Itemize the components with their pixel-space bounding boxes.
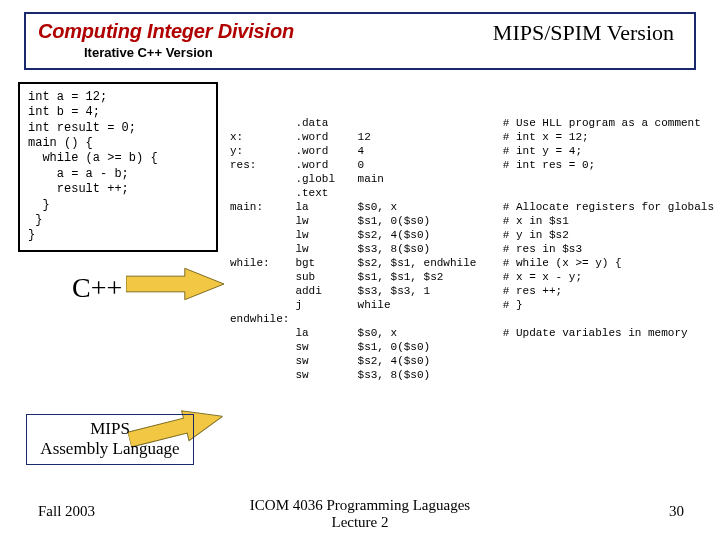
assembly-table: .data# Use HLL program as a commentx:.wo…: [230, 116, 720, 382]
asm-cell: addi: [295, 284, 357, 298]
asm-cell: $s0, x: [358, 326, 503, 340]
asm-cell: lw: [295, 228, 357, 242]
asm-cell: bgt: [295, 256, 357, 270]
asm-cell: [230, 298, 295, 312]
mips-label-1: MIPS: [29, 419, 191, 439]
asm-cell: [295, 312, 357, 326]
asm-cell: # res in $s3: [503, 242, 720, 256]
asm-row: x:.word12# int x = 12;: [230, 130, 720, 144]
asm-row: lw$s2, 4($s0)# y in $s2: [230, 228, 720, 242]
asm-row: y:.word4# int y = 4;: [230, 144, 720, 158]
asm-cell: [503, 312, 720, 326]
mips-label-2: Assembly Language: [29, 439, 191, 459]
asm-cell: $s1, 0($s0): [358, 340, 503, 354]
asm-cell: while:: [230, 256, 295, 270]
asm-row: main:la$s0, x# Allocate registers for gl…: [230, 200, 720, 214]
asm-cell: y:: [230, 144, 295, 158]
asm-cell: res:: [230, 158, 295, 172]
asm-cell: $s2, 4($s0): [358, 228, 503, 242]
footer-right: 30: [669, 503, 684, 520]
asm-cell: [503, 172, 720, 186]
asm-row: sw$s1, 0($s0): [230, 340, 720, 354]
asm-cell: [230, 354, 295, 368]
title-right: MIPS/SPIM Version: [493, 20, 674, 46]
asm-cell: [503, 354, 720, 368]
asm-cell: main: [358, 172, 503, 186]
cpp-code-box: int a = 12; int b = 4; int result = 0; m…: [18, 82, 218, 252]
asm-cell: # Allocate registers for globals: [503, 200, 720, 214]
asm-cell: 4: [358, 144, 503, 158]
asm-cell: [503, 186, 720, 200]
asm-cell: # }: [503, 298, 720, 312]
asm-cell: $s2, $s1, endwhile: [358, 256, 503, 270]
asm-cell: .word: [295, 158, 357, 172]
asm-cell: $s0, x: [358, 200, 503, 214]
title-box: Computing Integer Division Iterative C++…: [24, 12, 696, 70]
asm-cell: # while (x >= y) {: [503, 256, 720, 270]
asm-cell: lw: [295, 214, 357, 228]
title-sub: Iterative C++ Version: [84, 45, 392, 60]
asm-cell: la: [295, 326, 357, 340]
asm-cell: [230, 214, 295, 228]
asm-cell: sw: [295, 340, 357, 354]
footer-center: ICOM 4036 Programming Laguages Lecture 2: [0, 497, 720, 530]
asm-row: .text: [230, 186, 720, 200]
asm-cell: la: [295, 200, 357, 214]
asm-cell: $s2, 4($s0): [358, 354, 503, 368]
asm-row: endwhile:: [230, 312, 720, 326]
asm-cell: # Use HLL program as a comment: [503, 116, 720, 130]
asm-cell: [503, 340, 720, 354]
asm-cell: while: [358, 298, 503, 312]
mips-label-box: MIPS Assembly Language: [26, 414, 194, 465]
asm-cell: [230, 326, 295, 340]
asm-row: sw$s3, 8($s0): [230, 368, 720, 382]
asm-cell: $s3, 8($s0): [358, 368, 503, 382]
asm-cell: [230, 186, 295, 200]
asm-cell: 0: [358, 158, 503, 172]
arrow-icon: [126, 266, 224, 302]
asm-cell: # int x = 12;: [503, 130, 720, 144]
asm-cell: lw: [295, 242, 357, 256]
svg-marker-0: [126, 268, 224, 299]
asm-cell: # int res = 0;: [503, 158, 720, 172]
asm-cell: .word: [295, 144, 357, 158]
asm-cell: sw: [295, 354, 357, 368]
asm-cell: j: [295, 298, 357, 312]
asm-cell: [230, 172, 295, 186]
asm-cell: x:: [230, 130, 295, 144]
asm-row: addi$s3, $s3, 1# res ++;: [230, 284, 720, 298]
asm-cell: .data: [295, 116, 357, 130]
asm-cell: .word: [295, 130, 357, 144]
asm-row: while:bgt$s2, $s1, endwhile# while (x >=…: [230, 256, 720, 270]
asm-row: lw$s1, 0($s0)# x in $s1: [230, 214, 720, 228]
asm-cell: .globl: [295, 172, 357, 186]
asm-cell: $s1, 0($s0): [358, 214, 503, 228]
footer-center-2: Lecture 2: [331, 514, 388, 530]
asm-cell: $s3, 8($s0): [358, 242, 503, 256]
asm-row: .data# Use HLL program as a comment: [230, 116, 720, 130]
asm-cell: sw: [295, 368, 357, 382]
asm-row: sw$s2, 4($s0): [230, 354, 720, 368]
asm-cell: [230, 368, 295, 382]
asm-row: jwhile# }: [230, 298, 720, 312]
footer-center-1: ICOM 4036 Programming Laguages: [250, 497, 470, 513]
asm-cell: 12: [358, 130, 503, 144]
asm-cell: [503, 368, 720, 382]
asm-cell: [230, 340, 295, 354]
asm-cell: [230, 284, 295, 298]
title-main: Computing Integer Division: [38, 20, 392, 43]
asm-cell: # int y = 4;: [503, 144, 720, 158]
asm-cell: main:: [230, 200, 295, 214]
asm-cell: $s3, $s3, 1: [358, 284, 503, 298]
asm-row: sub$s1, $s1, $s2 # x = x - y;: [230, 270, 720, 284]
asm-row: lw$s3, 8($s0)# res in $s3: [230, 242, 720, 256]
asm-cell: [230, 270, 295, 284]
asm-cell: [358, 186, 503, 200]
asm-cell: [230, 116, 295, 130]
asm-cell: [358, 312, 503, 326]
asm-row: res:.word0# int res = 0;: [230, 158, 720, 172]
asm-cell: # res ++;: [503, 284, 720, 298]
asm-cell: # Update variables in memory: [503, 326, 720, 340]
asm-cell: [358, 116, 503, 130]
asm-cell: endwhile:: [230, 312, 295, 326]
